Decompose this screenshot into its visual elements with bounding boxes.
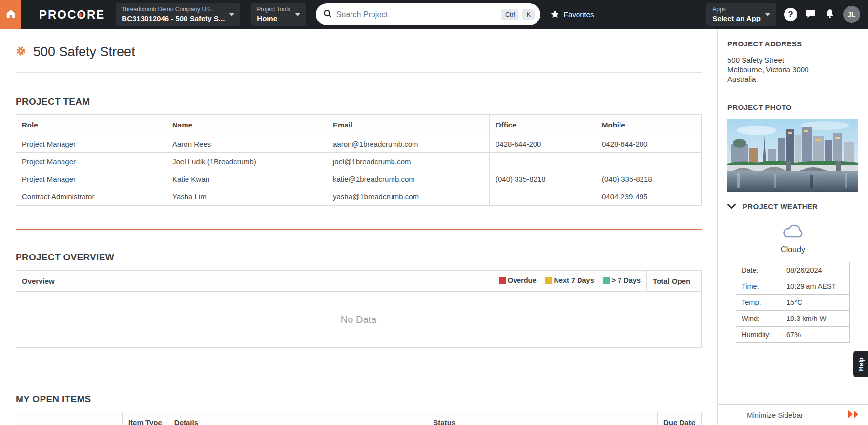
cell-office: (040) 335-8218 — [490, 170, 596, 188]
column-mobile: Mobile — [596, 115, 702, 135]
overview-legend-cell: Overdue Next 7 Days > 7 Days — [111, 271, 647, 292]
cell-email: katie@1breadcrumb.com — [327, 170, 490, 188]
project-picker-dropdown[interactable]: 1breadcrumb Demo Company US... BC3130120… — [116, 3, 240, 26]
cell-name: Aaron Rees — [166, 135, 327, 153]
minimize-sidebar-button[interactable]: Minimize Sidebar — [718, 404, 868, 425]
weather-value: 08/26/2024 — [781, 262, 850, 278]
weather-label: Date: — [736, 262, 781, 278]
weather-row: Humidity: 67% — [736, 326, 850, 342]
home-icon — [5, 8, 16, 21]
legend-item-next7: Next 7 Days — [545, 276, 594, 284]
column-status: Status — [427, 412, 658, 425]
table-row: Project Manager Joel Ludik (1Breadcrumb)… — [16, 153, 702, 170]
cell-name: Katie Kwan — [166, 170, 327, 188]
project-team-table: Role Name Email Office Mobile Project Ma… — [16, 114, 702, 206]
project-photo — [727, 119, 858, 192]
weather-label: Time: — [736, 278, 781, 294]
column-total-open: Total Open — [647, 271, 702, 292]
apps-dropdown[interactable]: Apps Select an App — [706, 3, 776, 26]
double-chevron-right-icon — [847, 410, 860, 421]
cell-role: Project Manager — [16, 170, 166, 188]
search-bar: Ctrl K — [316, 3, 540, 25]
weather-condition: Cloudy — [727, 224, 858, 254]
no-data-message: No Data — [16, 292, 702, 348]
search-input[interactable] — [336, 10, 497, 19]
legend-label: Next 7 Days — [554, 276, 594, 284]
k-key-badge: K — [522, 9, 534, 20]
section-divider — [16, 370, 702, 370]
project-photo-heading: PROJECT PHOTO — [727, 103, 858, 111]
help-side-tab[interactable]: Help — [853, 351, 868, 377]
address-line: Australia — [727, 74, 858, 84]
weather-condition-label: Cloudy — [781, 245, 805, 254]
apps-value: Select an App — [712, 14, 761, 23]
minimize-sidebar-label: Minimize Sidebar — [747, 411, 803, 419]
weather-row: Time: 10:29 am AEST — [736, 278, 850, 294]
cloud-icon — [782, 224, 804, 240]
project-sidebar: PROJECT ADDRESS 500 Safety Street Melbou… — [717, 29, 868, 425]
cell-office — [490, 188, 596, 206]
messages-button[interactable] — [805, 8, 817, 21]
user-avatar[interactable]: JL — [843, 6, 860, 23]
page-title: 500 Safety Street — [33, 44, 135, 60]
column-name: Name — [166, 115, 327, 135]
project-name: BC313012046 - 500 Safety S... — [122, 14, 225, 23]
project-overview-table: Overview Overdue Next 7 Days — [16, 270, 702, 348]
topbar-right-group: Apps Select an App ? JL — [703, 3, 860, 26]
table-row: No Data — [16, 292, 702, 348]
help-side-tab-label: Help — [857, 357, 864, 371]
search-icon — [323, 9, 332, 21]
section-divider — [16, 229, 702, 230]
chevron-down-icon — [727, 202, 736, 211]
cell-role: Project Manager — [16, 135, 166, 153]
table-row: Contract Administrator Yasha Lim yasha@1… — [16, 188, 702, 206]
weather-value: 15°C — [781, 294, 850, 310]
cell-name: Yasha Lim — [166, 188, 327, 206]
procore-wordmark: PROCORE — [39, 8, 105, 21]
legend-item-overdue: Overdue — [499, 276, 537, 284]
company-name: 1breadcrumb Demo Company US... — [122, 6, 225, 14]
address-line: Melbourne, Victoria 3000 — [727, 65, 858, 75]
column-details: Details — [168, 412, 427, 425]
chevron-down-icon — [229, 13, 234, 16]
address-line: 500 Safety Street — [727, 55, 858, 65]
my-open-items-table: Item Type Details Status Due Date — [16, 412, 702, 425]
next7-swatch — [545, 277, 552, 284]
apps-label: Apps — [712, 6, 761, 14]
cell-email: aaron@1breadcrumb.com — [327, 135, 490, 153]
weather-row: Date: 08/26/2024 — [736, 262, 850, 278]
project-weather-heading: PROJECT WEATHER — [743, 202, 818, 211]
tool-picker-label: Project Tools — [257, 6, 290, 14]
top-navigation-bar: PROCORE 1breadcrumb Demo Company US... B… — [0, 0, 868, 29]
procore-logo: PROCORE — [39, 8, 105, 21]
cell-mobile: 0404-239-495 — [596, 188, 702, 206]
tool-picker-value: Home — [257, 14, 290, 23]
notifications-button[interactable] — [825, 8, 835, 21]
weather-table: Date: 08/26/2024 Time: 10:29 am AEST Tem… — [736, 262, 850, 343]
main-column: 500 Safety Street PROJECT TEAM Role Name… — [0, 29, 717, 425]
column-item-type: Item Type — [122, 412, 168, 425]
project-address: 500 Safety Street Melbourne, Victoria 30… — [727, 55, 858, 84]
table-header-row: Role Name Email Office Mobile — [16, 115, 702, 135]
ctrl-key-badge: Ctrl — [501, 9, 518, 20]
logo-dot — [79, 13, 82, 17]
favorites-button[interactable]: Favorites — [550, 9, 594, 20]
project-weather-header[interactable]: PROJECT WEATHER — [727, 202, 858, 211]
home-button[interactable] — [0, 0, 21, 29]
column-office: Office — [490, 115, 596, 135]
table-header-row: Item Type Details Status Due Date — [16, 412, 702, 425]
tool-picker-dropdown[interactable]: Project Tools Home — [251, 3, 306, 26]
gear-icon[interactable] — [16, 46, 26, 58]
help-button[interactable]: ? — [784, 8, 797, 21]
weather-value: 19.3 km/h W — [781, 310, 850, 326]
cell-role: Contract Administrator — [16, 188, 166, 206]
column-role: Role — [16, 115, 166, 135]
project-address-heading: PROJECT ADDRESS — [727, 40, 858, 48]
cell-email: yasha@1breadcrumb.com — [327, 188, 490, 206]
legend-label: > 7 Days — [612, 276, 641, 284]
chevron-down-icon — [295, 13, 300, 16]
my-open-items-heading: MY OPEN ITEMS — [16, 394, 702, 404]
weather-row: Temp: 15°C — [736, 294, 850, 310]
cell-office — [490, 153, 596, 170]
weather-row: Wind: 19.3 km/h W — [736, 310, 850, 326]
